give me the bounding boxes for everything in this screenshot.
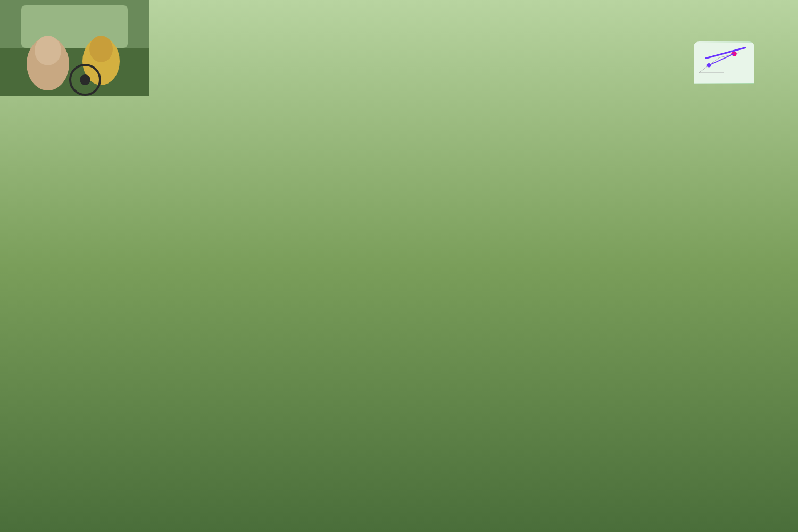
svg-rect-17	[694, 43, 754, 83]
svg-point-8	[80, 74, 90, 85]
left-screen: lyft Get a ride DRIVER RIDER BUSINESS LO…	[27, 26, 378, 506]
hero-illustration	[37, 73, 149, 96]
phone-map	[694, 41, 754, 84]
car-interior-image	[37, 73, 186, 169]
hero-section: Let's ride Apply to drive Sign up to rid…	[27, 57, 378, 185]
hero-image	[37, 73, 186, 169]
